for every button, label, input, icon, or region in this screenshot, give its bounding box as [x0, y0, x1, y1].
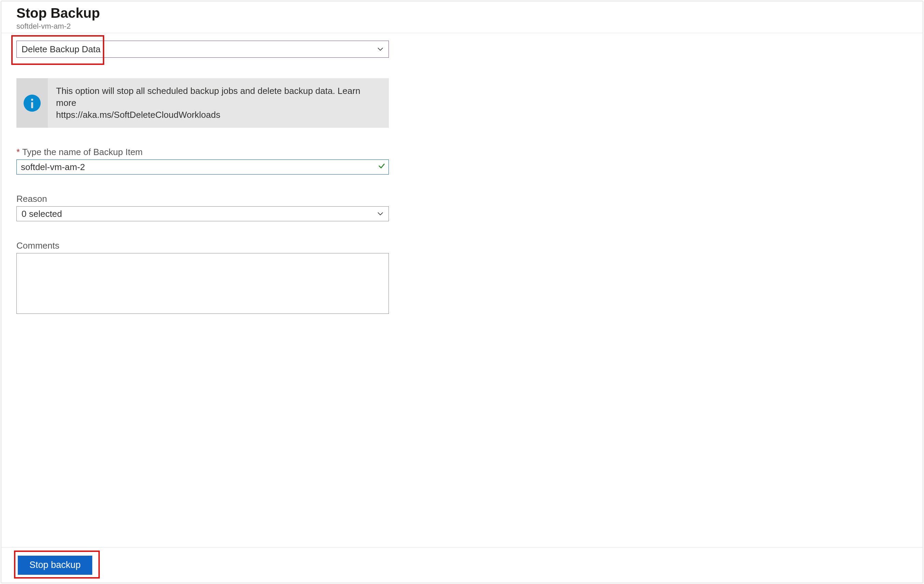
info-text: This option will stop all scheduled back… [48, 78, 389, 128]
svg-rect-2 [31, 102, 33, 108]
reason-label: Reason [16, 194, 389, 204]
backup-item-name-input[interactable] [16, 160, 389, 174]
panel-footer: Stop backup [2, 547, 922, 582]
page-title: Stop Backup [16, 5, 908, 21]
check-icon [378, 162, 386, 170]
info-icon-wrap [16, 78, 48, 128]
action-dropdown[interactable]: Delete Backup Data [16, 41, 389, 58]
chevron-down-icon [377, 211, 384, 217]
info-banner: This option will stop all scheduled back… [16, 78, 389, 128]
comments-label: Comments [16, 240, 389, 251]
info-link[interactable]: https://aka.ms/SoftDeleteCloudWorkloads [56, 110, 220, 120]
action-dropdown-value: Delete Backup Data [21, 44, 101, 55]
info-message: This option will stop all scheduled back… [56, 86, 360, 108]
info-icon [23, 94, 41, 112]
comments-input[interactable] [16, 253, 389, 314]
reason-dropdown[interactable]: 0 selected [16, 206, 389, 221]
panel-header: Stop Backup softdel-vm-am-2 [2, 2, 922, 33]
backup-item-name-label: Type the name of Backup Item [16, 147, 389, 158]
reason-dropdown-value: 0 selected [21, 209, 62, 219]
svg-rect-1 [31, 99, 33, 101]
chevron-down-icon [377, 46, 384, 53]
page-subtitle: softdel-vm-am-2 [16, 22, 908, 31]
stop-backup-button[interactable]: Stop backup [18, 556, 92, 575]
